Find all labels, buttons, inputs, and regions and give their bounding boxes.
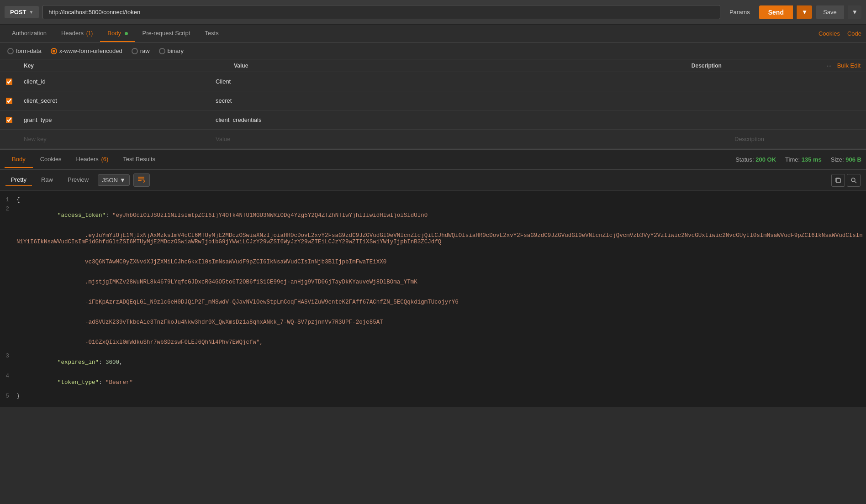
wrap-button[interactable] xyxy=(133,173,150,187)
svg-rect-0 xyxy=(138,177,144,178)
resp-tab-body[interactable]: Body xyxy=(5,151,33,168)
code-line-2g: -010ZxQIixl0mWdkuShr7wbSDzswF0LEJ6QhNl4P… xyxy=(0,332,866,352)
row2-value: secret xyxy=(210,94,729,108)
col-header-key: Key xyxy=(18,63,228,69)
status-label: Status: 200 OK xyxy=(735,156,776,163)
line-num-2f xyxy=(0,313,16,332)
radio-x-www[interactable]: x-www-form-urlencoded xyxy=(51,47,122,54)
tab-authorization[interactable]: Authorization xyxy=(5,25,54,42)
line-content-2f: -adSVUzK239vTkbeAie3TnzFkoJu4Nkw3hdr0X_Q… xyxy=(16,313,866,332)
view-tab-pretty[interactable]: Pretty xyxy=(5,174,32,186)
url-input[interactable] xyxy=(42,5,720,19)
params-button[interactable]: Params xyxy=(724,6,755,18)
row3-desc xyxy=(729,116,866,124)
method-button[interactable]: POST ▼ xyxy=(5,6,39,18)
col-header-value: Value xyxy=(228,63,686,69)
row1-key: client_id xyxy=(18,74,210,89)
status-value: 200 OK xyxy=(755,156,776,163)
svg-line-5 xyxy=(855,181,856,183)
radio-x-www-label: x-www-form-urlencoded xyxy=(59,47,122,54)
line-content-2e: -iFbKpAzrzADQEqLGl_N9zlc6eH0DJQiP2F_mMSw… xyxy=(16,293,866,312)
send-button[interactable]: Send xyxy=(759,5,793,19)
tab-body[interactable]: Body xyxy=(100,25,135,42)
tab-tests[interactable]: Tests xyxy=(197,25,226,42)
table-header: Key Value Description ··· Bulk Edit xyxy=(0,59,866,72)
code-line-5: 5 } xyxy=(0,393,866,402)
code-line-4: 4 "token_type": "Bearer" xyxy=(0,373,866,393)
code-line-1: 1 { xyxy=(0,196,866,205)
format-chevron-icon: ▼ xyxy=(120,177,126,184)
line-content-2: "access_token": "eyJhbGciOiJSUzI1NiIsImt… xyxy=(16,206,866,225)
new-desc: Description xyxy=(729,132,866,146)
headers-badge: (1) xyxy=(86,30,93,37)
line-content-2g: -010ZxQIixl0mWdkuShr7wbSDzswF0LEJ6QhNl4P… xyxy=(16,333,866,352)
line-num-2c xyxy=(0,252,16,272)
line-content-3: "expires_in": 3600, xyxy=(16,353,866,372)
method-chevron-icon: ▼ xyxy=(29,10,33,15)
view-tab-preview[interactable]: Preview xyxy=(62,174,94,186)
new-key-input[interactable] xyxy=(18,132,210,146)
line-num-2d xyxy=(0,273,16,292)
tab-pre-request[interactable]: Pre-request Script xyxy=(135,25,198,42)
row1-checkbox[interactable] xyxy=(6,79,12,85)
radio-raw-label: raw xyxy=(140,47,150,54)
line-content-2b: .eyJuYmYiOjE1MjIxNjAxMzksImV4cCI6MTUyMjE… xyxy=(16,226,866,252)
response-view-bar: Pretty Raw Preview JSON ▼ xyxy=(0,170,866,191)
save-chevron-button[interactable]: ▼ xyxy=(848,5,861,19)
svg-rect-3 xyxy=(836,178,840,183)
radio-binary-label: binary xyxy=(168,47,184,54)
request-tabs: Authorization Headers (1) Body Pre-reque… xyxy=(0,25,866,43)
cookies-link[interactable]: Cookies xyxy=(818,30,840,37)
table-row: grant_type client_credentials xyxy=(0,110,866,130)
line-num-2b xyxy=(0,226,16,252)
row2-checkbox-col xyxy=(0,98,18,104)
svg-rect-2 xyxy=(138,180,142,181)
body-type-bar: form-data x-www-form-urlencoded raw bina… xyxy=(0,43,866,59)
resp-headers-badge: (6) xyxy=(101,156,108,163)
tab-headers[interactable]: Headers (1) xyxy=(54,25,100,42)
row3-checkbox[interactable] xyxy=(6,117,12,123)
new-value-input[interactable] xyxy=(210,132,729,146)
code-link[interactable]: Code xyxy=(847,30,861,37)
line-content-5: } xyxy=(16,393,866,401)
view-tab-preview-label: Preview xyxy=(68,176,89,183)
method-label: POST xyxy=(10,9,26,16)
response-tabs-bar: Body Cookies Headers (6) Test Results St… xyxy=(0,150,866,170)
line-content-4: "token_type": "Bearer" xyxy=(16,373,866,392)
view-tab-raw[interactable]: Raw xyxy=(36,174,58,186)
row1-value: Client xyxy=(210,74,729,89)
radio-binary-circle xyxy=(159,48,165,54)
search-button[interactable] xyxy=(847,174,861,187)
line-num-4: 4 xyxy=(0,373,16,392)
line-content-2d: .mjstjgIMKZv28WuNRL8k4679LYqfcGJDxcRG4GO… xyxy=(16,273,866,292)
radio-form-data[interactable]: form-data xyxy=(7,47,42,54)
line-content-2c: vc3Q6NTAwMC9yZXNvdXJjZXMiLCJhcGkxIl0sImN… xyxy=(16,252,866,272)
format-select[interactable]: JSON ▼ xyxy=(98,174,130,186)
line-num-1: 1 xyxy=(0,197,16,205)
resp-tab-body-label: Body xyxy=(12,156,26,163)
resp-tab-test-results-label: Test Results xyxy=(123,156,155,163)
send-chevron-button[interactable]: ▼ xyxy=(797,5,812,19)
size-label: Size: 906 B xyxy=(831,156,861,163)
radio-raw[interactable]: raw xyxy=(132,47,150,54)
new-key-row: Description xyxy=(0,130,866,149)
save-button[interactable]: Save xyxy=(816,5,844,19)
code-line-2d: .mjstjgIMKZv28WuNRL8k4679LYqfcGJDxcRG4GO… xyxy=(0,272,866,292)
row3-checkbox-col xyxy=(0,117,18,123)
more-options-button[interactable]: ··· xyxy=(827,62,832,69)
code-line-2c: vc3Q6NTAwMC9yZXNvdXJjZXMiLCJhcGkxIl0sImN… xyxy=(0,252,866,272)
resp-tab-headers[interactable]: Headers (6) xyxy=(69,151,116,168)
code-line-2f: -adSVUzK239vTkbeAie3TnzFkoJu4Nkw3hdr0X_Q… xyxy=(0,312,866,332)
code-line-3: 3 "expires_in": 3600, xyxy=(0,352,866,373)
radio-binary[interactable]: binary xyxy=(159,47,184,54)
copy-button[interactable] xyxy=(831,174,845,187)
code-area: 1 { 2 "access_token": "eyJhbGciOiJSUzI1N… xyxy=(0,191,866,407)
top-bar: POST ▼ Params Send ▼ Save ▼ xyxy=(0,0,866,25)
row3-key: grant_type xyxy=(18,113,210,127)
bulk-edit-button[interactable]: Bulk Edit xyxy=(837,62,861,69)
radio-form-data-circle xyxy=(7,48,14,54)
resp-tab-test-results[interactable]: Test Results xyxy=(116,151,163,168)
row2-checkbox[interactable] xyxy=(6,98,12,104)
resp-tab-cookies[interactable]: Cookies xyxy=(33,151,69,168)
table-row: client_id Client xyxy=(0,72,866,91)
